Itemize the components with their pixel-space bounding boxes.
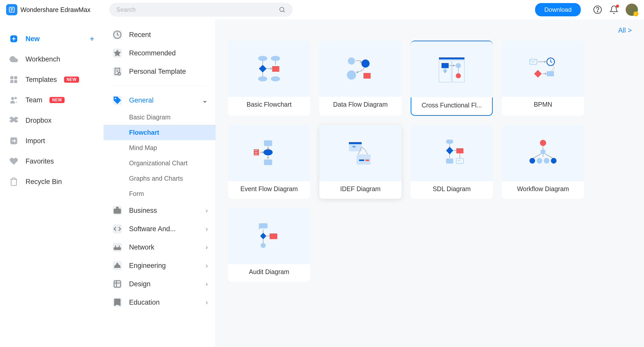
sidebar-item-workbench[interactable]: Workbench <box>0 49 104 69</box>
card-label: Event Flow Diagram <box>228 185 310 193</box>
sidebar-item-recycle-bin[interactable]: Recycle Bin <box>0 171 104 192</box>
sidebar-item-label: New <box>26 35 40 43</box>
category-education[interactable]: Education › <box>104 293 216 312</box>
sidebar-item-label: Templates <box>26 76 57 84</box>
card-thumbnail <box>502 41 584 97</box>
category-software-and-[interactable]: Software And... › <box>104 220 216 238</box>
chevron-icon: › <box>206 243 208 251</box>
svg-rect-37 <box>264 140 272 146</box>
template-card-audit-diagram[interactable]: Audit Diagram <box>228 208 310 282</box>
dropbox-icon <box>9 116 18 125</box>
mid-item-label: Personal Template <box>129 68 186 76</box>
mid-item-recent[interactable]: Recent <box>104 26 216 44</box>
sidebar-item-label: Import <box>26 137 45 145</box>
sidebar-item-dropbox[interactable]: Dropbox <box>0 110 104 131</box>
mid-item-label: Recommended <box>129 49 176 57</box>
sidebar-item-favorites[interactable]: Favorites <box>0 151 104 171</box>
sidebar-item-import[interactable]: Import <box>0 131 104 151</box>
subcategory-organizational-chart[interactable]: Organizational Chart <box>104 155 216 171</box>
all-link[interactable]: All > <box>228 27 632 34</box>
category-label: General <box>129 96 154 104</box>
svg-point-14 <box>115 98 116 99</box>
svg-point-53 <box>544 158 549 164</box>
sidebar-item-team[interactable]: Team NEW <box>0 90 104 110</box>
svg-point-26 <box>347 70 356 80</box>
svg-rect-5 <box>10 76 14 79</box>
topbar: Wondershare EdrawMax Download ✓ <box>0 0 644 19</box>
search-input[interactable] <box>116 6 274 13</box>
search-box[interactable] <box>109 3 293 17</box>
template-card-cross-functional-fl-[interactable]: Cross Functional Fl... <box>411 41 493 116</box>
subcategory-form[interactable]: Form <box>104 186 216 201</box>
router-icon <box>113 243 122 252</box>
svg-rect-16 <box>114 247 121 250</box>
svg-point-32 <box>456 63 461 68</box>
subcategory-label: Flowchart <box>129 129 159 136</box>
sidebar-item-new[interactable]: New + <box>0 29 104 49</box>
card-label: Audit Diagram <box>228 268 310 276</box>
svg-rect-15 <box>114 209 121 214</box>
subcategory-label: Basic Diagram <box>129 114 171 121</box>
star-icon <box>113 48 122 58</box>
svg-rect-21 <box>272 66 279 72</box>
category-label: Design <box>129 280 150 288</box>
svg-point-33 <box>456 73 461 78</box>
design-icon <box>113 279 122 289</box>
card-thumbnail <box>411 125 493 181</box>
svg-rect-7 <box>10 80 14 83</box>
template-card-workflow-diagram[interactable]: Workflow Diagram <box>502 125 584 199</box>
help-icon[interactable] <box>593 5 602 14</box>
svg-rect-18 <box>114 281 120 287</box>
card-thumbnail <box>228 41 310 97</box>
card-label: Cross Functional Fl... <box>411 102 492 109</box>
template-card-sdl-diagram[interactable]: SDL Diagram <box>411 125 493 199</box>
subcategory-graphs-and-charts[interactable]: Graphs and Charts <box>104 171 216 186</box>
category-engineering[interactable]: Engineering › <box>104 256 216 275</box>
subcategory-label: Graphs and Charts <box>129 175 183 182</box>
svg-rect-28 <box>439 57 464 59</box>
svg-point-20 <box>271 56 280 61</box>
search-icon <box>279 6 286 13</box>
download-button[interactable]: Download <box>535 3 581 16</box>
user-avatar[interactable]: ✓ <box>626 4 638 16</box>
mid-item-recommended[interactable]: Recommended <box>104 44 216 62</box>
template-card-data-flow-diagram[interactable]: Data Flow Diagram <box>319 41 401 116</box>
category-business[interactable]: Business › <box>104 201 216 220</box>
subcategory-flowchart[interactable]: Flowchart <box>104 125 216 140</box>
subcategory-basic-diagram[interactable]: Basic Diagram <box>104 109 216 125</box>
subcategory-mind-map[interactable]: Mind Map <box>104 140 216 155</box>
template-card-bpmn[interactable]: BPMN <box>502 41 584 116</box>
sidebar-item-label: Team <box>26 96 42 104</box>
svg-rect-41 <box>349 142 362 144</box>
template-card-idef-diagram[interactable]: IDEF Diagram <box>319 125 401 199</box>
sidebar-item-templates[interactable]: Templates NEW <box>0 69 104 90</box>
app-name: Wondershare EdrawMax <box>20 6 91 14</box>
doc-check-icon <box>113 67 122 76</box>
card-thumbnail <box>228 208 310 264</box>
category-general[interactable]: General ⌄ <box>104 91 216 109</box>
logo-area: Wondershare EdrawMax <box>6 4 103 15</box>
code-icon <box>113 224 122 233</box>
team-icon <box>9 95 18 105</box>
svg-point-19 <box>258 56 267 61</box>
plus-icon[interactable]: + <box>90 34 94 44</box>
card-label: Workflow Diagram <box>502 185 584 193</box>
svg-point-50 <box>540 149 546 154</box>
sidebar-left: New + Workbench Templates NEW Team NEW D… <box>0 19 104 347</box>
svg-point-54 <box>551 158 557 164</box>
notification-icon[interactable] <box>609 5 618 14</box>
category-label: Education <box>129 299 160 306</box>
svg-rect-47 <box>446 158 453 164</box>
template-card-event-flow-diagram[interactable]: Event Flow Diagram <box>228 125 310 199</box>
svg-rect-56 <box>270 233 277 239</box>
tag-icon <box>113 96 122 105</box>
category-design[interactable]: Design › <box>104 275 216 293</box>
subcategory-label: Organizational Chart <box>129 159 187 167</box>
category-network[interactable]: Network › <box>104 238 216 256</box>
svg-point-24 <box>348 57 355 65</box>
trash-icon <box>9 177 18 186</box>
template-card-basic-flowchart[interactable]: Basic Flowchart <box>228 41 310 116</box>
svg-rect-27 <box>363 73 371 79</box>
subcategory-label: Form <box>129 190 144 197</box>
mid-item-personal-template[interactable]: Personal Template <box>104 62 216 81</box>
